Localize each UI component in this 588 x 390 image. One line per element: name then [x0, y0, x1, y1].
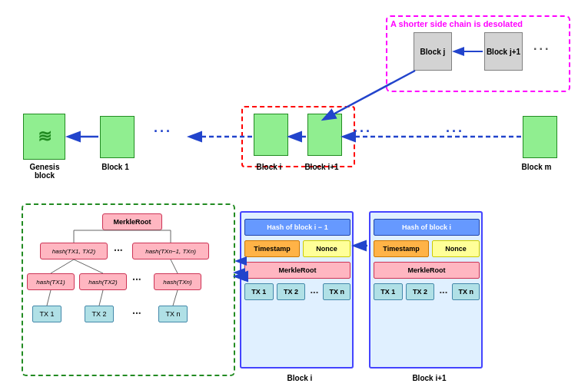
blockiplus1-txn: TX n	[452, 283, 480, 300]
merkle-level3-dots: ···	[132, 273, 141, 286]
block-j: Block j	[414, 32, 452, 71]
main-chain-dots-far: ···	[446, 124, 464, 140]
genesis-icon: ≋	[38, 127, 51, 147]
side-chain-label: A shorter side chain is desolated	[390, 19, 523, 28]
merkle-root-node: MerkleRoot	[102, 213, 162, 230]
blocki-label: Block i	[246, 163, 292, 171]
expanded-block-iplus1: Hash of block i Timestamp Nonce MerkleRo…	[369, 211, 483, 369]
exp-blocki-label: Block i	[269, 374, 331, 382]
blocki-hash: Hash of block i − 1	[244, 219, 350, 236]
block-m	[523, 116, 557, 158]
hash-txn-node: hash(TXn)	[154, 273, 201, 290]
blockiplus1-timestamp: Timestamp	[374, 240, 429, 257]
exp-blockiplus1-label: Block i+1	[397, 374, 462, 382]
hash-tx1tx2-node: hash(TX1, TX2)	[40, 243, 108, 259]
blockiplus1-label: Block i+1	[297, 163, 347, 171]
tx2-leaf: TX 2	[85, 306, 114, 322]
genesis-block: ≋	[23, 114, 65, 160]
blocki-tx-dots: ···	[308, 283, 320, 300]
txn-leaf: TX n	[158, 306, 188, 322]
tx-leaf-dots: ···	[132, 307, 141, 319]
blockm-label: Block m	[513, 163, 560, 171]
blockiplus1-merkle: MerkleRoot	[374, 262, 480, 279]
blockiplus1-tx1: TX 1	[374, 283, 403, 300]
expanded-block-i: Hash of block i − 1 Timestamp Nonce Merk…	[240, 211, 354, 369]
block1-label: Block 1	[92, 163, 138, 171]
merkle-mid-dots: ···	[114, 244, 123, 256]
block-j-plus1: Block j+1	[484, 32, 523, 71]
block-j-label: Block j	[420, 48, 446, 56]
blockiplus1-tx-dots: ···	[437, 283, 449, 300]
blocki-timestamp: Timestamp	[244, 240, 300, 257]
block-1	[100, 116, 135, 158]
blockiplus1-tx2: TX 2	[406, 283, 435, 300]
genesis-block-label: Genesis block	[22, 163, 68, 180]
side-chain-dots: ···	[533, 42, 550, 56]
hash-tx2-node: hash(TX2)	[79, 273, 127, 290]
blockiplus1-hash: Hash of block i	[374, 219, 480, 236]
blocki-txn: TX n	[323, 283, 350, 300]
hash-txntxn-node: hash(TXn−1, TXn)	[132, 243, 209, 259]
tx1-leaf: TX 1	[32, 306, 61, 322]
block-i	[254, 114, 288, 156]
diagram: A shorter side chain is desolated Block …	[0, 0, 588, 390]
block-i-plus1	[307, 114, 342, 156]
block-jplus1-label: Block j+1	[487, 48, 520, 56]
blocki-tx2: TX 2	[277, 283, 306, 300]
blockiplus1-nonce: Nonce	[432, 240, 480, 257]
blocki-nonce: Nonce	[303, 240, 350, 257]
blocki-merkle: MerkleRoot	[244, 262, 350, 279]
main-chain-dots-right: ···	[354, 124, 372, 140]
blocki-tx1: TX 1	[244, 283, 274, 300]
main-chain-dots-left: ···	[154, 124, 172, 140]
hash-tx1-node: hash(TX1)	[27, 273, 75, 290]
